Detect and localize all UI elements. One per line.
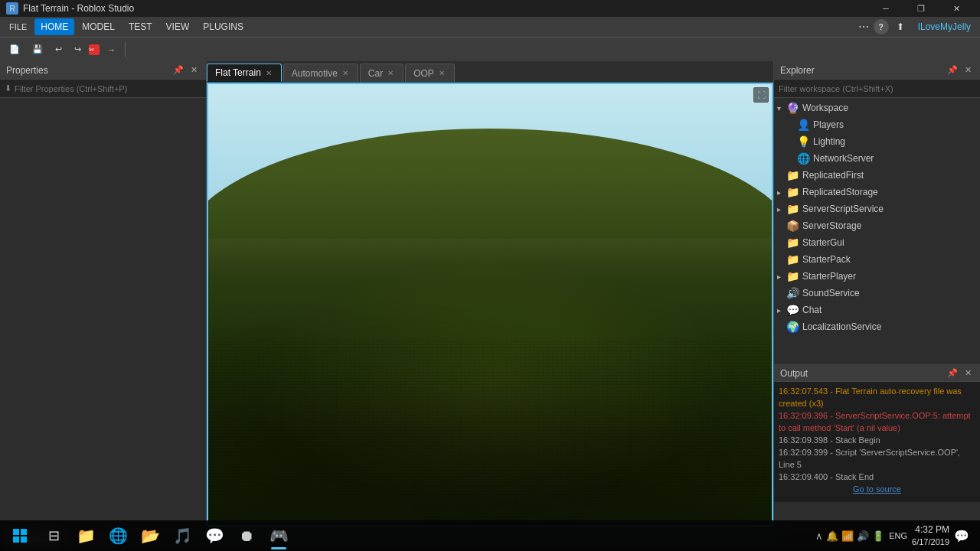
tab-oop[interactable]: OOP ✕ <box>405 64 455 82</box>
network-icon[interactable]: 📶 <box>841 530 854 542</box>
taskbar-app-explorer[interactable]: 📁 <box>70 520 101 551</box>
explorer-item-players[interactable]: 👤 Players <box>774 116 980 133</box>
taskbar-app-chrome[interactable]: 🌐 <box>103 520 133 551</box>
undo-button[interactable]: ↩ <box>51 41 67 59</box>
notification-icon[interactable]: 🔔 <box>826 530 838 542</box>
menu-plugins[interactable]: PLUGINS <box>197 18 250 35</box>
share-button[interactable]: ⬆ <box>890 18 910 35</box>
explorer-item-sound-service[interactable]: 🔊 SoundService <box>774 285 980 302</box>
tab-label: OOP <box>413 68 434 79</box>
close-button[interactable]: ✕ <box>939 0 974 17</box>
svg-rect-3 <box>21 536 27 543</box>
redo-button[interactable]: ↪ <box>70 41 86 59</box>
username-label: ILoveMyJelly <box>912 18 977 35</box>
menu-test[interactable]: TEST <box>122 18 158 35</box>
properties-filter-input[interactable] <box>15 84 201 93</box>
tab-close-icon[interactable]: ✕ <box>264 69 273 77</box>
svg-rect-0 <box>13 529 19 535</box>
item-icon: 👤 <box>797 119 810 131</box>
expand-arrow-icon[interactable]: ▸ <box>777 272 786 281</box>
explorer-filter[interactable] <box>774 80 980 98</box>
item-icon: 💡 <box>797 135 810 148</box>
menu-file[interactable]: FILE <box>3 18 33 35</box>
window-controls: ─ ❐ ✕ <box>868 0 974 17</box>
properties-close-button[interactable]: ✕ <box>188 64 200 77</box>
game-viewport[interactable]: ⛶ <box>207 83 773 527</box>
start-button[interactable] <box>5 520 35 551</box>
tab-car[interactable]: Car ✕ <box>360 64 403 82</box>
item-label: Players <box>813 119 844 130</box>
item-icon: 💬 <box>786 304 799 316</box>
output-panel-header: Output 📌 ✕ <box>774 365 980 382</box>
explorer-filter-input[interactable] <box>779 84 975 93</box>
menu-model[interactable]: MODEL <box>76 18 121 35</box>
tab-flat-terrain[interactable]: Flat Terrain ✕ <box>207 64 282 82</box>
item-label: LocalizationService <box>802 321 881 332</box>
properties-filter[interactable]: ⬇ <box>0 80 206 98</box>
explorer-item-networkserver[interactable]: 🌐 NetworkServer <box>774 150 980 167</box>
explorer-item-workspace[interactable]: ▾ 🔮 Workspace <box>774 99 980 116</box>
item-label: ServerStorage <box>802 220 861 231</box>
explorer-item-starter-pack[interactable]: 📁 StarterPack <box>774 251 980 268</box>
properties-pin-button[interactable]: 📌 <box>172 64 185 77</box>
taskbar-app-roblox[interactable]: 🎮 <box>263 520 294 551</box>
taskbar-app-files[interactable]: 📂 <box>135 520 165 551</box>
explorer-close-button[interactable]: ✕ <box>962 64 974 77</box>
arrow-icon[interactable]: → <box>103 41 120 59</box>
tab-close-icon[interactable]: ✕ <box>437 69 446 77</box>
filter-icon: ⬇ <box>5 83 11 93</box>
help-button[interactable]: ? <box>874 19 889 34</box>
taskbar-app-discord[interactable]: 💬 <box>199 520 230 551</box>
output-pin-button[interactable]: 📌 <box>946 367 959 380</box>
taskbar-app-taskview[interactable]: ⊟ <box>38 520 69 551</box>
clock[interactable]: 4:32 PM 6/17/2019 <box>912 523 949 548</box>
notification-center-icon[interactable]: 💬 <box>954 529 969 543</box>
maximize-button[interactable]: ❐ <box>903 0 939 17</box>
explorer-item-localization[interactable]: 🌍 LocalizationService <box>774 318 980 335</box>
item-label: SoundService <box>802 288 860 298</box>
expand-arrow-icon[interactable]: ▸ <box>777 306 786 315</box>
explorer-item-starter-gui[interactable]: 📁 StarterGui <box>774 234 980 251</box>
tab-close-icon[interactable]: ✕ <box>386 69 395 77</box>
volume-icon[interactable]: 🔊 <box>857 530 869 542</box>
language-indicator[interactable]: ENG <box>889 531 907 540</box>
explorer-item-server-script[interactable]: ▸ 📁 ServerScriptService <box>774 201 980 217</box>
tab-label: Automotive <box>292 68 338 79</box>
explorer-panel: Explorer 📌 ✕ ▾ 🔮 Workspace 👤 Players 💡 L… <box>773 61 980 527</box>
file-icon[interactable]: 📄 <box>5 41 24 59</box>
menu-view[interactable]: VIEW <box>160 18 196 35</box>
explorer-item-server-storage[interactable]: 📦 ServerStorage <box>774 217 980 234</box>
output-line: 16:32:09.400 - Stack End <box>779 471 975 483</box>
explorer-item-chat[interactable]: ▸ 💬 Chat <box>774 302 980 318</box>
minimize-button[interactable]: ─ <box>868 0 903 17</box>
item-icon: 📁 <box>786 236 799 249</box>
item-icon: 📦 <box>786 220 799 232</box>
expand-arrow-icon[interactable]: ▸ <box>777 205 786 214</box>
explorer-item-replicated-storage[interactable]: ▸ 📁 ReplicatedStorage <box>774 184 980 201</box>
output-close-button[interactable]: ✕ <box>962 367 974 380</box>
explorer-item-lighting[interactable]: 💡 Lighting <box>774 133 980 150</box>
taskbar-app-itunes[interactable]: 🎵 <box>167 520 198 551</box>
save-button[interactable]: 💾 <box>28 41 47 59</box>
date-display: 6/17/2019 <box>912 536 949 548</box>
explorer-item-replicated-first[interactable]: 📁 ReplicatedFirst <box>774 167 980 184</box>
taskbar-app-obs[interactable]: ⏺ <box>231 520 262 551</box>
expand-arrow-icon[interactable]: ▸ <box>777 188 786 197</box>
explorer-pin-button[interactable]: 📌 <box>946 64 959 77</box>
output-title: Output <box>780 368 808 379</box>
output-line[interactable]: Go to source <box>779 483 975 495</box>
taskbar: ⊟ 📁 🌐 📂 🎵 💬 ⏺ 🎮 ∧ 🔔 📶 🔊 🔋 ENG 4:32 PM 6/… <box>0 520 980 551</box>
tray-expand-icon[interactable]: ∧ <box>815 530 823 542</box>
explorer-item-starter-player[interactable]: ▸ 📁 StarterPlayer <box>774 268 980 285</box>
maximize-viewport-button[interactable]: ⛶ <box>753 87 769 103</box>
properties-panel-header: Properties 📌 ✕ <box>0 61 206 80</box>
cut-icon[interactable]: ✂ <box>89 44 100 55</box>
expand-icon[interactable]: ⋯ <box>855 18 872 35</box>
battery-icon[interactable]: 🔋 <box>872 530 884 542</box>
expand-arrow-icon[interactable]: ▾ <box>777 104 786 112</box>
explorer-panel-header: Explorer 📌 ✕ <box>774 61 980 80</box>
menu-home[interactable]: HOME <box>34 18 74 35</box>
tab-automotive[interactable]: Automotive ✕ <box>283 64 358 82</box>
tab-close-icon[interactable]: ✕ <box>341 69 350 77</box>
terrain-texture <box>208 339 772 525</box>
